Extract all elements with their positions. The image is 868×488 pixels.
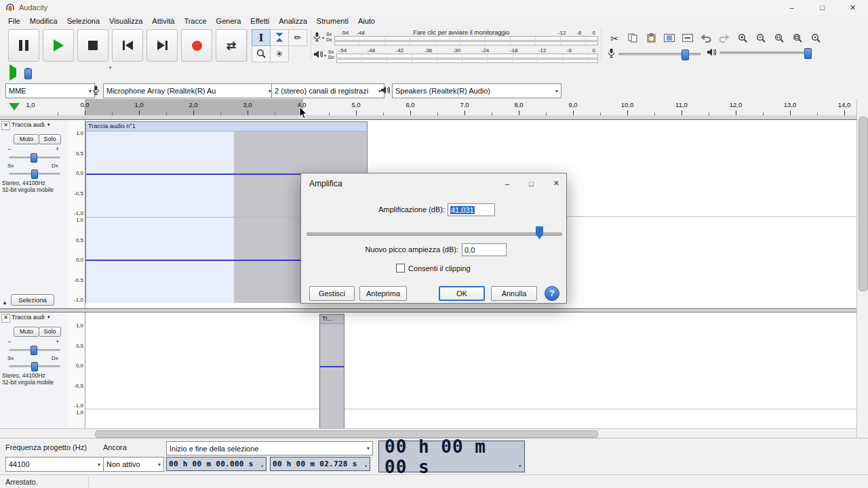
menu-item[interactable]: Genera [212,17,246,25]
track-2-vertical-ruler[interactable]: 1,00,50,0-0,5-1,0 1,00,50,0-0,5-1,0 [68,312,85,428]
audio-clip-2[interactable]: Tr... [319,314,344,428]
chevron-down-icon[interactable]: ▾ [364,464,368,470]
envelope-tool-button[interactable] [270,29,289,46]
record-button[interactable] [181,29,212,62]
menu-item[interactable]: Strumenti [312,17,353,25]
monitor-message[interactable]: Fare clic per avviare il monitoraggio [365,29,558,36]
recording-volume-slider[interactable] [608,48,701,60]
menu-item[interactable]: Seleziona [62,17,104,25]
track-menu-arrow-icon[interactable]: ▼ [47,123,51,127]
track-1-name[interactable]: Traccia audi▼ [12,121,51,128]
zoom-out-button[interactable] [752,30,770,47]
redo-button[interactable] [715,30,733,47]
audio-position-value[interactable]: 00 h 00 m 00 s [384,436,519,477]
recording-meter[interactable]: ▾ SxDx -54-48 Fare clic per avviare il m… [313,29,598,45]
paste-button[interactable] [642,30,660,47]
amplification-input[interactable]: 41,031 [448,203,495,216]
recording-channels-select[interactable]: 2 (stereo) canali di registrazi▾ [271,83,384,98]
skip-to-start-button[interactable] [112,29,143,62]
playback-meter[interactable]: ▾ SxDx -54-48-42-36-30-24-18-12-60 [313,47,598,63]
amplification-value[interactable]: 41,031 [450,206,475,214]
slider-thumb[interactable] [31,153,37,163]
play-at-speed-button[interactable] [9,68,16,77]
audio-track-2[interactable]: ✕ Traccia audi▼ Muto Solo − + Sx Dx Ster… [0,312,856,428]
slider-groove[interactable] [719,52,810,54]
selection-start-value[interactable]: 00 h 00 m 00.000 s [169,460,254,468]
checkbox-icon[interactable] [396,264,405,272]
slider-groove[interactable] [307,232,562,236]
selection-end-field[interactable]: 00 h 00 m 02.728 s▾ [270,457,370,471]
slider-thumb[interactable] [24,68,32,79]
chevron-down-icon[interactable]: ▾ [518,463,522,470]
maximize-button[interactable]: □ [807,0,837,15]
cut-button[interactable]: ✂ [606,30,623,47]
undo-button[interactable] [697,30,715,47]
menu-item[interactable]: Attività [147,17,179,25]
dialog-maximize-button[interactable]: □ [529,180,534,188]
amplification-slider[interactable] [307,226,562,240]
trim-outside-selection-button[interactable] [660,30,678,47]
menu-item[interactable]: Aiuto [353,17,380,25]
selection-end-value[interactable]: 00 h 00 m 02.728 s [273,460,357,468]
zoom-selection-button[interactable] [770,30,788,47]
stop-button[interactable] [77,29,108,62]
manage-button[interactable]: Gestisci [309,286,355,301]
audio-host-select[interactable]: MME▾ [5,83,95,98]
slider-thumb[interactable] [31,169,38,179]
pause-button[interactable] [8,29,39,62]
track-2-waveform-area[interactable]: Tr... [85,312,856,428]
audio-position-field[interactable]: 00 h 00 m 00 s▾ [378,441,525,472]
silence-selection-button[interactable] [679,30,696,47]
pan-slider[interactable] [9,169,60,178]
selection-start-field[interactable]: 00 h 00 m 00.000 s▾ [166,457,267,471]
close-button[interactable]: ✕ [837,0,868,15]
horizontal-scrollbar-thumb[interactable] [95,430,598,438]
menu-item[interactable]: File [3,17,25,25]
copy-button[interactable] [624,30,642,47]
recording-device-select[interactable]: Microphone Array (Realtek(R) Au▾ [103,83,275,98]
track-1-control-panel[interactable]: ✕ Traccia audi▼ Muto Solo − + Sx Dx Ster… [0,120,68,308]
cancel-button[interactable]: Annulla [491,286,537,301]
slider-thumb[interactable] [804,48,812,59]
vertical-scrollbar[interactable] [856,99,868,438]
timeline-ruler[interactable]: 1,0 0,01,02,03,04,05,06,07,08,09,010,011… [0,99,856,116]
allow-clipping-checkbox[interactable]: Consenti il clipping [396,264,471,272]
select-track-button[interactable]: Seleziona [11,294,54,306]
menu-item[interactable]: Visualizza [104,17,147,25]
minimize-button[interactable]: – [776,0,807,15]
clip-title[interactable]: Traccia audio n°1 [86,122,367,131]
slider-groove[interactable] [618,53,701,56]
track-menu-arrow-icon[interactable]: ▼ [47,315,51,319]
dialog-close-button[interactable]: ✕ [553,179,559,188]
track-2-name[interactable]: Traccia audi▼ [12,314,51,321]
draw-tool-button[interactable]: ✏ [288,29,307,46]
selection-range-mode-select[interactable]: Inizio e fine della selezione▾ [166,441,373,455]
slider-thumb[interactable] [536,226,543,239]
zoom-fit-project-button[interactable] [789,30,806,47]
menu-item[interactable]: Effetti [245,17,274,25]
meter-dropdown-arrow[interactable]: ▾ [324,53,326,58]
new-peak-input[interactable]: 0,0 [462,243,507,256]
project-rate-select[interactable]: 44100▾ [5,457,104,472]
slider-thumb[interactable] [682,49,689,60]
track-1-vertical-ruler[interactable]: 1,00,50,0-0,5-1,0 1,00,50,0-0,5-1,0 [68,120,85,308]
zoom-tool-button[interactable] [252,45,271,62]
timeline-quickplay-pin-icon[interactable] [9,103,20,110]
menu-item[interactable]: Tracce [179,17,211,25]
mute-button[interactable]: Muto [14,327,39,337]
amplify-dialog[interactable]: Amplifica – □ ✕ Amplificazione (dB): 41,… [300,173,567,304]
vertical-scrollbar-thumb[interactable] [859,117,868,291]
new-peak-value[interactable]: 0,0 [465,246,475,254]
dialog-minimize-button[interactable]: – [505,180,509,188]
chevron-down-icon[interactable]: ▾ [260,464,264,470]
zoom-toggle-button[interactable] [807,30,825,47]
mute-button[interactable]: Muto [14,134,39,144]
ok-button[interactable]: OK [439,286,485,301]
pan-slider[interactable] [9,362,60,370]
preview-button[interactable]: Anteprima [359,286,407,301]
zoom-in-button[interactable] [734,30,751,47]
solo-button[interactable]: Solo [39,327,61,337]
gain-slider[interactable] [9,346,60,354]
skip-to-end-button[interactable] [146,29,178,62]
menu-item[interactable]: Analizza [274,17,312,25]
